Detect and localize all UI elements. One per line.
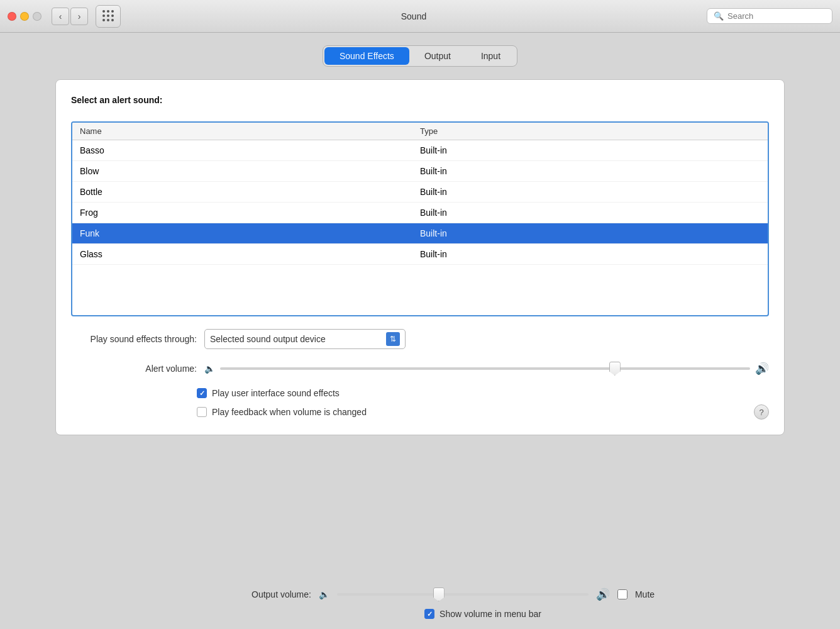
- mute-checkbox[interactable]: [617, 589, 627, 599]
- sound-list-header: Name Type: [72, 123, 768, 140]
- tab-output[interactable]: Output: [409, 47, 466, 65]
- grid-icon: [102, 10, 114, 22]
- alert-volume-slider[interactable]: [220, 367, 750, 370]
- list-item[interactable]: Blow Built-in: [72, 161, 768, 182]
- play-through-row: Play sound effects through: Selected sou…: [71, 329, 769, 349]
- forward-icon: ›: [78, 11, 81, 21]
- tabs: Sound Effects Output Input: [323, 45, 517, 67]
- output-slider-track: [337, 593, 589, 596]
- sound-effects-panel: Select an alert sound: Name Type Basso B…: [55, 79, 785, 435]
- close-button[interactable]: [8, 12, 16, 21]
- play-through-value: Selected sound output device: [210, 334, 386, 344]
- main-content: Sound Effects Output Input Select an ale…: [0, 33, 840, 577]
- search-box[interactable]: 🔍: [707, 8, 832, 24]
- output-volume-low-icon: 🔈: [319, 589, 329, 599]
- show-volume-row: Show volume in menu bar: [55, 609, 785, 619]
- list-item[interactable]: Bottle Built-in: [72, 182, 768, 203]
- output-volume-label: Output volume:: [185, 589, 311, 599]
- alert-volume-row: Alert volume: 🔈 🔊: [71, 362, 769, 376]
- nav-buttons: ‹ ›: [52, 8, 88, 25]
- list-item[interactable]: Glass Built-in: [72, 244, 768, 265]
- dropdown-arrows-icon: ⇅: [386, 332, 400, 346]
- help-button[interactable]: ?: [754, 404, 769, 420]
- sound-list-body[interactable]: Basso Built-in Blow Built-in Bottle Buil…: [72, 140, 768, 315]
- sound-type: Built-in: [420, 187, 760, 197]
- alert-sound-label: Select an alert sound:: [71, 95, 769, 105]
- traffic-lights: [8, 12, 41, 21]
- sound-list[interactable]: Name Type Basso Built-in Blow Built-in B…: [71, 121, 769, 316]
- tab-sound-effects[interactable]: Sound Effects: [324, 47, 409, 65]
- ui-sounds-label: Play user interface sound effects: [212, 388, 340, 398]
- sound-type: Built-in: [420, 249, 760, 259]
- play-through-label: Play sound effects through:: [71, 334, 197, 344]
- minimize-button[interactable]: [20, 12, 29, 21]
- sound-name: Funk: [80, 228, 420, 238]
- feedback-row: Play feedback when volume is changed ?: [197, 404, 769, 420]
- list-item-selected[interactable]: Funk Built-in: [72, 223, 768, 244]
- feedback-label: Play feedback when volume is changed: [212, 407, 367, 417]
- sound-name: Bottle: [80, 187, 420, 197]
- sound-name: Glass: [80, 249, 420, 259]
- back-icon: ‹: [59, 11, 62, 21]
- list-item[interactable]: Basso Built-in: [72, 140, 768, 161]
- tab-input[interactable]: Input: [466, 47, 516, 65]
- sound-type: Built-in: [420, 166, 760, 176]
- slider-track-area: [220, 367, 750, 370]
- maximize-button[interactable]: [33, 12, 41, 21]
- volume-low-icon: 🔈: [204, 364, 215, 374]
- sound-type: Built-in: [420, 145, 760, 155]
- show-volume-checkbox-row: Show volume in menu bar: [424, 609, 541, 619]
- app-grid-button[interactable]: [96, 5, 121, 28]
- sound-name: Basso: [80, 145, 420, 155]
- ui-sounds-checkbox[interactable]: [197, 388, 207, 398]
- bottom-section: Output volume: 🔈 🔊 Mute Show volume in m…: [0, 577, 840, 629]
- list-item[interactable]: Frog Built-in: [72, 203, 768, 223]
- search-input[interactable]: [727, 11, 826, 21]
- sound-name: Blow: [80, 166, 420, 176]
- titlebar: ‹ › Sound 🔍: [0, 0, 840, 33]
- feedback-checkbox[interactable]: [197, 407, 207, 417]
- search-icon: 🔍: [714, 11, 724, 21]
- sound-type: Built-in: [420, 228, 760, 238]
- output-volume-slider[interactable]: [337, 593, 589, 596]
- show-volume-label: Show volume in menu bar: [439, 609, 541, 619]
- output-volume-row: Output volume: 🔈 🔊 Mute: [55, 587, 785, 601]
- window-title: Sound: [126, 11, 702, 21]
- checkboxes-section: Play user interface sound effects Play f…: [71, 388, 769, 420]
- play-through-dropdown[interactable]: Selected sound output device ⇅: [204, 329, 406, 349]
- ui-sounds-row: Play user interface sound effects: [197, 388, 769, 398]
- sound-name: Frog: [80, 208, 420, 218]
- forward-button[interactable]: ›: [70, 8, 88, 25]
- alert-volume-label: Alert volume:: [71, 364, 197, 374]
- back-button[interactable]: ‹: [52, 8, 69, 25]
- show-volume-checkbox[interactable]: [424, 609, 434, 619]
- alert-volume-slider-container: 🔈 🔊: [204, 362, 769, 376]
- volume-high-icon: 🔊: [755, 362, 769, 376]
- col-header-name: Name: [80, 126, 420, 136]
- sound-type: Built-in: [420, 208, 760, 218]
- output-volume-high-icon: 🔊: [596, 587, 610, 601]
- mute-label: Mute: [635, 589, 655, 599]
- col-header-type: Type: [420, 126, 760, 136]
